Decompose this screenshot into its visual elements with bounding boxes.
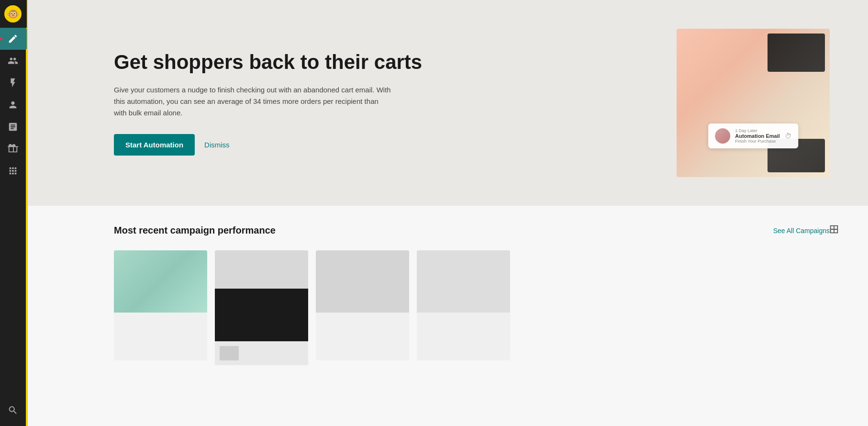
- arrow-indicator: ➤: [0, 32, 4, 45]
- campaign-card-2-bottom: [215, 341, 308, 365]
- integrations-icon: [8, 166, 18, 176]
- card-text: 1 Day Later Automation Email Finish Your…: [735, 128, 780, 144]
- campaigns-section: Most recent campaign performance See All…: [28, 206, 868, 426]
- card-avatar: [715, 128, 730, 144]
- hero-title: Get shoppers back to their carts: [114, 50, 422, 74]
- campaigns-header: Most recent campaign performance See All…: [114, 225, 830, 236]
- campaign-card-3[interactable]: [316, 250, 409, 360]
- card-subtitle: Finish Your Purchase: [735, 139, 780, 144]
- hero-description: Give your customers a nudge to finish ch…: [114, 84, 391, 119]
- sidebar-logo: 🐵: [0, 0, 27, 28]
- table-view-toggle-button[interactable]: [829, 224, 839, 237]
- audience-icon: [8, 56, 18, 66]
- hero-image: 1 Day Later Automation Email Finish Your…: [677, 29, 830, 177]
- sidebar-item-automations[interactable]: [0, 72, 27, 94]
- campaigns-section-title: Most recent campaign performance: [114, 225, 276, 236]
- see-all-campaigns-link[interactable]: See All Campaigns: [773, 227, 830, 235]
- campaign-card-1-image: [114, 250, 207, 313]
- sidebar-item-search[interactable]: [0, 399, 27, 421]
- campaign-card-2-dark: [215, 289, 308, 341]
- pencil-icon: [8, 34, 18, 44]
- email-card-overlay: 1 Day Later Automation Email Finish Your…: [708, 123, 798, 148]
- sidebar-item-templates[interactable]: [0, 138, 27, 160]
- campaign-card-4-bottom: [417, 313, 510, 360]
- campaign-card-2-thumb: [220, 346, 239, 360]
- start-automation-button[interactable]: Start Automation: [114, 134, 195, 156]
- campaigns-grid: [114, 250, 830, 365]
- content-icon: [8, 122, 18, 132]
- templates-icon: [8, 144, 18, 154]
- hero-section: Get shoppers back to their carts Give yo…: [28, 0, 868, 206]
- hero-actions: Start Automation Dismiss: [114, 134, 422, 156]
- campaign-card-4-image: [417, 250, 510, 313]
- card-label: 1 Day Later: [735, 128, 780, 133]
- campaign-card-4[interactable]: [417, 250, 510, 360]
- search-icon: [8, 405, 18, 415]
- campaign-card-2[interactable]: [215, 250, 308, 365]
- main-content: Get shoppers back to their carts Give yo…: [28, 0, 868, 426]
- hero-text: Get shoppers back to their carts Give yo…: [114, 50, 422, 155]
- campaign-card-3-bottom: [316, 313, 409, 360]
- automations-icon: [8, 78, 18, 88]
- sidebar-item-audience[interactable]: [0, 50, 27, 72]
- sidebar-item-integrations[interactable]: [0, 160, 27, 182]
- hero-image-background: 1 Day Later Automation Email Finish Your…: [677, 29, 830, 177]
- sidebar-item-contacts[interactable]: [0, 94, 27, 116]
- sidebar: 🐵 ➤: [0, 0, 28, 426]
- contacts-icon: [8, 100, 18, 110]
- campaign-card-2-top: [215, 250, 308, 289]
- clock-icon: ⏱: [785, 132, 791, 140]
- sidebar-item-content[interactable]: [0, 116, 27, 138]
- card-title: Automation Email: [735, 133, 780, 139]
- sidebar-item-campaigns[interactable]: ➤: [0, 28, 27, 50]
- glasses-decoration-top: [768, 34, 825, 72]
- campaign-card-3-image: [316, 250, 409, 313]
- table-view-icon: [829, 224, 839, 235]
- campaign-card-1-bottom: [114, 313, 207, 360]
- mailchimp-logo-icon: 🐵: [4, 5, 22, 22]
- dismiss-button[interactable]: Dismiss: [204, 141, 230, 149]
- campaign-card-1[interactable]: [114, 250, 207, 360]
